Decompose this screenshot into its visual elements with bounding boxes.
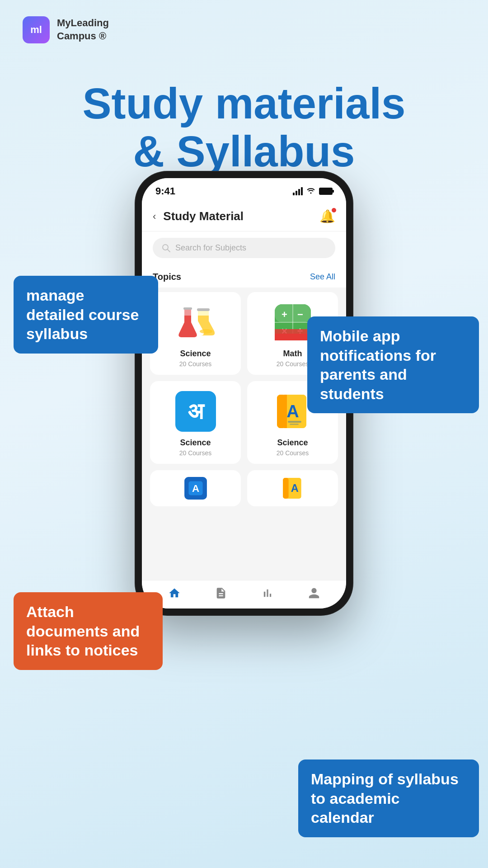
subject-count-2: 20 Courses [277,360,309,368]
svg-rect-3 [197,308,210,311]
status-time: 9:41 [155,185,175,197]
app-header: ‹ Study Material 🔔 [142,202,346,231]
subject-count-1: 20 Courses [179,360,212,368]
svg-point-4 [200,329,212,334]
svg-rect-2 [183,307,192,310]
svg-point-0 [163,245,168,250]
svg-rect-15 [275,334,311,340]
book-icon: A [272,391,313,432]
subject-card-partial-2[interactable]: A [247,470,338,506]
nav-documents[interactable] [215,587,227,599]
svg-text:A: A [286,402,299,421]
nav-home[interactable] [168,587,181,599]
screen-title: Study Material [163,209,319,223]
svg-text:A: A [291,482,298,494]
svg-text:A: A [192,483,199,494]
page-header: ml MyLeading Campus ® [0,0,488,43]
notification-badge [331,207,337,213]
subject-name-3: Science [180,438,211,448]
logo-icon: ml [23,16,50,43]
svg-rect-21 [288,421,301,423]
beaker-icon [175,302,216,343]
hindi-icon: अ [175,391,216,432]
subject-card-partial-1[interactable]: A [150,470,241,506]
status-icons [293,187,333,196]
back-arrow-icon[interactable]: ‹ [153,211,156,222]
tooltip-mapping: Mapping of syllabus to academic calendar [298,760,479,837]
svg-text:+: + [282,309,287,320]
status-bar: 9:41 [142,178,346,202]
subject-card-science-1[interactable]: Science 20 Courses [150,292,241,375]
tooltip-mobile: Mobile app notifications for parents and… [307,316,479,413]
search-icon [162,244,171,253]
hero-section: Study materials & Syllabus [0,43,488,175]
subject-name-4: Science [277,438,308,448]
subject-count-4: 20 Courses [277,449,309,457]
battery-icon [319,188,333,195]
hero-title: Study materials & Syllabus [27,80,461,175]
subject-name-2: Math [283,349,302,359]
section-header: Topics See All [142,264,346,288]
signal-icon [293,187,303,195]
subject-count-3: 20 Courses [179,449,212,457]
bottom-nav [142,580,346,609]
notification-bell[interactable]: 🔔 [319,209,335,224]
subject-name-1: Science [180,349,211,359]
see-all-link[interactable]: See All [310,272,335,282]
svg-text:−: − [297,309,303,320]
svg-rect-27 [283,478,288,499]
tooltip-attach: Attach documents and links to notices [14,592,163,670]
tooltip-manage: manage detailed course syllabus [14,276,158,354]
wifi-icon [306,187,315,196]
svg-line-1 [168,250,170,252]
nav-profile[interactable] [308,587,320,599]
search-section: Search for Subjects [142,231,346,264]
svg-rect-22 [290,424,299,425]
search-input[interactable]: Search for Subjects [153,238,335,258]
subject-card-hindi[interactable]: अ Science 20 Courses [150,381,241,464]
nav-stats[interactable] [261,587,274,599]
math-icon: + − × ÷ [272,302,313,343]
hindi-letter-icon: अ [175,391,216,432]
brand-name: MyLeading Campus ® [57,17,109,42]
search-placeholder: Search for Subjects [175,243,246,253]
